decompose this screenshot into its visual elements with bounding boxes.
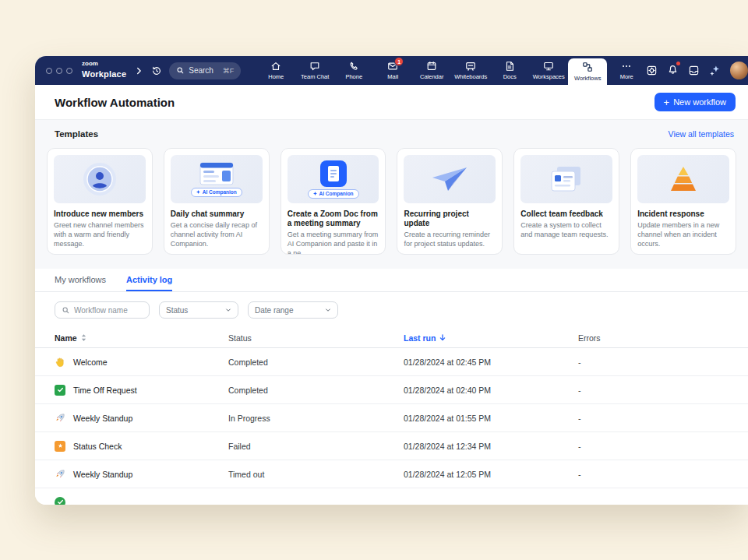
paper-plane-illustration	[404, 155, 496, 203]
topbar-right	[646, 56, 748, 85]
nav-item-team-chat[interactable]: Team Chat	[295, 56, 334, 85]
pyramid-illustration	[637, 155, 729, 203]
template-title: Daily chat summary	[171, 210, 263, 219]
template-title: Collect team feedback	[520, 210, 612, 219]
topbar-left: zoom Workplace Search ⌘F	[35, 56, 241, 85]
template-card-introduce-new-members[interactable]: Introduce new members Greet new channel …	[47, 148, 153, 255]
table-row-partial[interactable]	[35, 488, 748, 505]
rocket-icon	[55, 413, 65, 424]
column-header-name[interactable]: Name	[55, 333, 228, 343]
errors-cell: -	[578, 357, 748, 367]
clipboard-illustration	[520, 155, 612, 203]
zoom-workplace-window: zoom Workplace Search ⌘F Home Team Chat	[35, 56, 748, 505]
vault-icon[interactable]	[646, 65, 658, 76]
filters-bar: Status Date range	[35, 292, 748, 328]
star-box-icon	[55, 441, 65, 452]
nav-item-workflows[interactable]: Workflows	[568, 58, 607, 85]
workflows-icon	[582, 62, 593, 72]
template-title: Introduce new members	[54, 210, 146, 219]
search-shortcut: ⌘F	[223, 67, 235, 75]
template-card-recurring-project-update[interactable]: Recurring project update Create a recurr…	[397, 148, 503, 255]
nav-item-more[interactable]: More	[607, 56, 646, 85]
new-workflow-button[interactable]: + New workflow	[654, 93, 736, 111]
ai-companion-icon[interactable]	[709, 65, 721, 76]
column-header-errors: Errors	[578, 333, 748, 343]
template-card-collect-team-feedback[interactable]: Collect team feedback Create a system to…	[513, 148, 619, 255]
history-icon[interactable]	[151, 65, 162, 76]
sparkle-icon	[196, 190, 200, 194]
notification-dot	[676, 62, 680, 65]
table-row[interactable]: Weekly Standup Timed out 01/28/2024 at 1…	[35, 460, 748, 488]
chevron-right-icon[interactable]	[133, 65, 144, 76]
column-header-status: Status	[228, 333, 404, 343]
zoom-workplace-logo: zoom Workplace	[82, 61, 126, 80]
nav-item-mail[interactable]: 1 Mail	[373, 56, 412, 85]
topbar: zoom Workplace Search ⌘F Home Team Chat	[35, 56, 748, 85]
column-header-last-run[interactable]: Last run	[404, 333, 578, 343]
template-description: Create a system to collect and manage te…	[520, 221, 612, 240]
nav-item-calendar[interactable]: Calendar	[412, 56, 451, 85]
page-header: Workflow Automation + New workflow	[35, 85, 748, 119]
nav-item-home[interactable]: Home	[256, 56, 295, 85]
template-description: Create a recurring reminder for project …	[404, 231, 496, 249]
template-title: Incident response	[637, 210, 729, 219]
plus-icon: +	[664, 97, 670, 107]
activity-log-table: Name Status Last run Errors Welcome Comp…	[35, 328, 748, 505]
nav-item-workspaces[interactable]: Workspaces	[529, 56, 568, 85]
table-row[interactable]: Time Off Request Completed 01/28/2024 at…	[35, 376, 748, 404]
template-description: Update members in a new channel when an …	[637, 221, 729, 249]
template-title: Recurring project update	[404, 210, 496, 228]
templates-title: Templates	[55, 129, 98, 139]
templates-header: Templates View all templates	[47, 129, 736, 139]
table-row[interactable]: Status Check Failed 01/28/2024 at 12:34 …	[35, 432, 748, 460]
window-zoom-button[interactable]	[66, 68, 72, 74]
templates-section: Templates View all templates Introduce n…	[35, 119, 748, 269]
nav-item-docs[interactable]: Docs	[490, 56, 529, 85]
workflow-name-filter[interactable]	[55, 301, 150, 319]
table-row[interactable]: Welcome Completed 01/28/2024 at 02:45 PM…	[35, 348, 748, 376]
rocket-icon	[55, 469, 65, 480]
notifications-button[interactable]	[667, 63, 679, 78]
window-close-button[interactable]	[46, 68, 52, 74]
template-title: Create a Zoom Doc from a meeting summary	[288, 210, 379, 228]
tab-my-workflows[interactable]: My workflows	[55, 275, 106, 291]
home-icon	[270, 61, 281, 72]
table-row[interactable]: Weekly Standup In Progress 01/28/2024 at…	[35, 404, 748, 432]
template-cards: Introduce new members Greet new channel …	[47, 148, 736, 255]
template-description: Greet new channel members with a warm an…	[54, 221, 146, 249]
chevron-down-icon	[225, 307, 231, 313]
date-range-filter-dropdown[interactable]: Date range	[248, 301, 338, 319]
arrow-down-icon	[439, 333, 446, 342]
docs-icon	[504, 61, 515, 72]
whiteboards-icon	[465, 61, 476, 72]
template-card-incident-response[interactable]: Incident response Update members in a ne…	[630, 148, 736, 255]
view-all-templates-link[interactable]: View all templates	[669, 129, 734, 139]
nav-item-phone[interactable]: Phone	[334, 56, 373, 85]
phone-icon	[348, 61, 359, 72]
status-filter-dropdown[interactable]: Status	[159, 301, 238, 319]
search-input[interactable]: Search ⌘F	[169, 62, 241, 79]
last-run-cell: 01/28/2024 at 02:40 PM	[404, 386, 578, 395]
template-description: Get a meeting summary from AI Companion …	[288, 231, 379, 255]
search-placeholder: Search	[189, 66, 213, 75]
workspaces-icon	[543, 61, 554, 72]
last-run-cell: 01/28/2024 at 02:45 PM	[404, 357, 578, 367]
mail-badge: 1	[394, 57, 404, 66]
template-card-daily-chat-summary[interactable]: AI Companion Daily chat summary Get a co…	[164, 148, 270, 255]
status-cell: Completed	[228, 386, 404, 395]
team-chat-icon	[309, 61, 320, 72]
workflow-name-input[interactable]	[74, 306, 141, 315]
tab-activity-log[interactable]: Activity log	[126, 275, 172, 291]
avatar[interactable]	[730, 62, 748, 79]
more-icon	[621, 61, 632, 72]
window-minimize-button[interactable]	[56, 68, 62, 74]
ai-companion-badge: AI Companion	[308, 189, 359, 199]
table-header: Name Status Last run Errors	[35, 328, 748, 348]
template-card-create-zoom-doc[interactable]: AI Companion Create a Zoom Doc from a me…	[280, 148, 386, 255]
last-run-cell: 01/28/2024 at 12:34 PM	[404, 442, 578, 451]
errors-cell: -	[578, 386, 748, 395]
calendar-icon	[426, 61, 437, 72]
inbox-icon[interactable]	[688, 65, 700, 76]
nav-item-whiteboards[interactable]: Whiteboards	[451, 56, 490, 85]
chat-summary-illustration: AI Companion	[171, 155, 263, 203]
